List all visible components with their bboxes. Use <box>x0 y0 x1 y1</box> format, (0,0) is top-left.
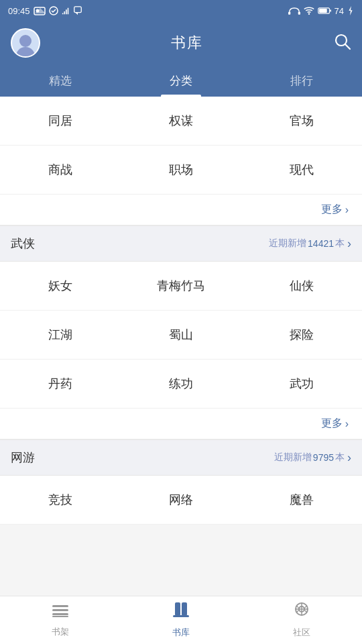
svg-rect-7 <box>298 12 300 15</box>
svg-rect-4 <box>74 7 81 13</box>
wuxia-section-header[interactable]: 武侠 近期新增 14421 本 › <box>0 225 362 262</box>
photo-icon <box>34 6 46 15</box>
category-shushan[interactable]: 蜀山 <box>121 311 241 360</box>
section-arrow-icon: › <box>347 237 351 251</box>
nav-library-label: 书库 <box>172 627 190 639</box>
svg-rect-23 <box>173 615 189 617</box>
header: 书库 <box>0 21 362 64</box>
wangyou-meta: 近期新增 9795 本 › <box>274 451 351 465</box>
wangyou-section-header[interactable]: 网游 近期新增 9795 本 › <box>0 439 362 476</box>
category-wugong[interactable]: 武功 <box>241 360 362 409</box>
status-left: 09:45 <box>8 6 82 16</box>
tabs-bar: 精选 分类 排行 <box>0 64 362 97</box>
category-wangluo[interactable]: 网络 <box>121 476 241 525</box>
bookshelf-icon <box>51 602 70 623</box>
category-jianghu[interactable]: 江湖 <box>0 311 121 360</box>
category-tanxian[interactable]: 探险 <box>241 311 362 360</box>
tab-ranking[interactable]: 排行 <box>241 64 362 97</box>
header-title: 书库 <box>171 33 203 53</box>
status-right: 74 <box>288 6 354 16</box>
svg-point-13 <box>19 35 32 47</box>
svg-marker-12 <box>349 6 352 15</box>
bottom-nav: 书架 书库 社区 <box>0 596 362 644</box>
nav-bookshelf-label: 书架 <box>52 626 69 638</box>
svg-line-16 <box>345 44 350 49</box>
wuxia-title: 武侠 <box>11 235 35 252</box>
avatar[interactable] <box>11 28 40 58</box>
svg-rect-18 <box>52 609 68 611</box>
category-xianxia[interactable]: 仙侠 <box>241 262 362 311</box>
category-qingmei[interactable]: 青梅竹马 <box>121 262 241 311</box>
svg-rect-22 <box>182 602 187 616</box>
charging-icon <box>347 6 354 15</box>
category-quanmou[interactable]: 权谋 <box>121 97 241 146</box>
wuxia-meta: 近期新增 14421 本 › <box>269 237 351 251</box>
library-icon <box>172 602 190 624</box>
wifi-icon <box>304 6 314 15</box>
category-xiandai[interactable]: 现代 <box>241 146 362 195</box>
wangyou-grid: 竞技 网络 魔兽 <box>0 476 362 525</box>
category-shangzhan[interactable]: 商战 <box>0 146 121 195</box>
svg-rect-19 <box>52 613 68 615</box>
nav-bookshelf[interactable]: 书架 <box>0 596 121 644</box>
wangyou-arrow-icon: › <box>347 451 351 465</box>
svg-rect-10 <box>319 9 327 13</box>
wangyou-title: 网游 <box>11 449 35 466</box>
more-arrow-icon: › <box>345 204 349 216</box>
more-arrow-wuxia-icon: › <box>345 418 349 430</box>
svg-rect-11 <box>330 9 331 11</box>
wuxia-grid: 妖女 青梅竹马 仙侠 江湖 蜀山 探险 丹药 练功 武功 <box>0 262 362 409</box>
category-zhichang[interactable]: 职场 <box>121 146 241 195</box>
svg-rect-20 <box>52 616 68 617</box>
category-jingji[interactable]: 竞技 <box>0 476 121 525</box>
tab-category[interactable]: 分类 <box>121 64 241 97</box>
svg-point-8 <box>308 13 309 15</box>
svg-rect-6 <box>288 12 290 15</box>
category-tongjv[interactable]: 同居 <box>0 97 121 146</box>
nav-library[interactable]: 书库 <box>121 596 241 644</box>
dushi-more[interactable]: 更多 › <box>0 195 362 225</box>
community-icon <box>292 602 311 624</box>
category-yaoniu[interactable]: 妖女 <box>0 262 121 311</box>
svg-point-14 <box>16 47 35 56</box>
check-icon <box>49 6 58 15</box>
main-content: 同居 权谋 官场 商战 职场 现代 更多 › 武侠 近期新增 14421 本 › <box>0 97 362 525</box>
dushi-grid: 同居 权谋 官场 商战 职场 现代 <box>0 97 362 195</box>
search-icon <box>334 33 351 50</box>
tab-featured[interactable]: 精选 <box>0 64 121 97</box>
message-icon <box>73 6 82 15</box>
search-button[interactable] <box>334 33 351 53</box>
svg-marker-5 <box>75 13 78 15</box>
battery-level: 74 <box>335 6 344 16</box>
nav-community-label: 社区 <box>293 627 310 639</box>
wuxia-more[interactable]: 更多 › <box>0 409 362 439</box>
status-bar: 09:45 74 <box>0 0 362 21</box>
nav-community[interactable]: 社区 <box>241 596 362 644</box>
time: 09:45 <box>8 6 30 16</box>
svg-rect-17 <box>52 605 68 607</box>
signal-icon <box>62 6 70 15</box>
headphone-icon <box>288 6 300 15</box>
category-danyao[interactable]: 丹药 <box>0 360 121 409</box>
battery-icon <box>318 7 331 15</box>
category-guanchang[interactable]: 官场 <box>241 97 362 146</box>
category-moshou[interactable]: 魔兽 <box>241 476 362 525</box>
avatar-image <box>13 31 38 56</box>
svg-rect-21 <box>175 602 180 616</box>
category-liangong[interactable]: 练功 <box>121 360 241 409</box>
